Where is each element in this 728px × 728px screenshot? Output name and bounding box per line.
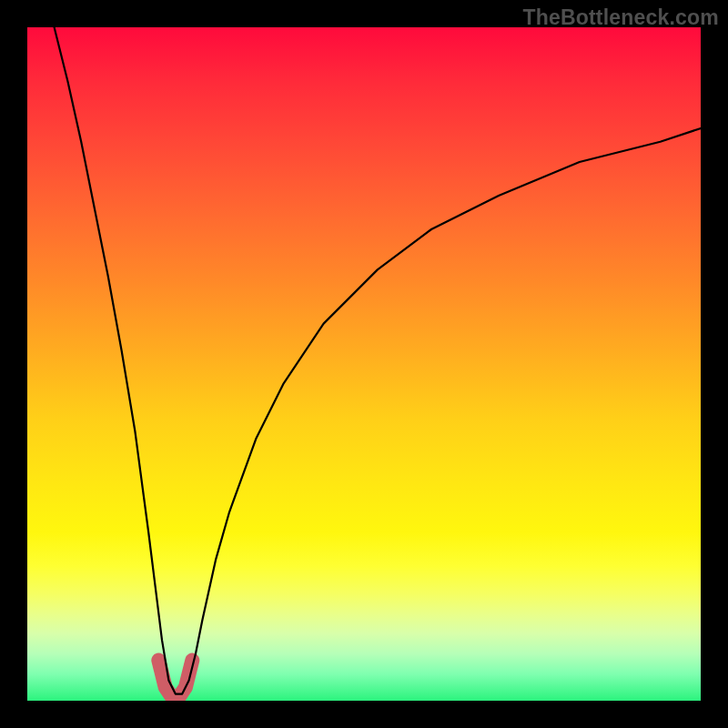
chart-svg — [27, 27, 701, 701]
chart-frame: TheBottleneck.com — [0, 0, 728, 728]
watermark-text: TheBottleneck.com — [522, 5, 719, 30]
chart-plot-area — [27, 27, 701, 701]
bottleneck-curve-path — [55, 27, 701, 694]
